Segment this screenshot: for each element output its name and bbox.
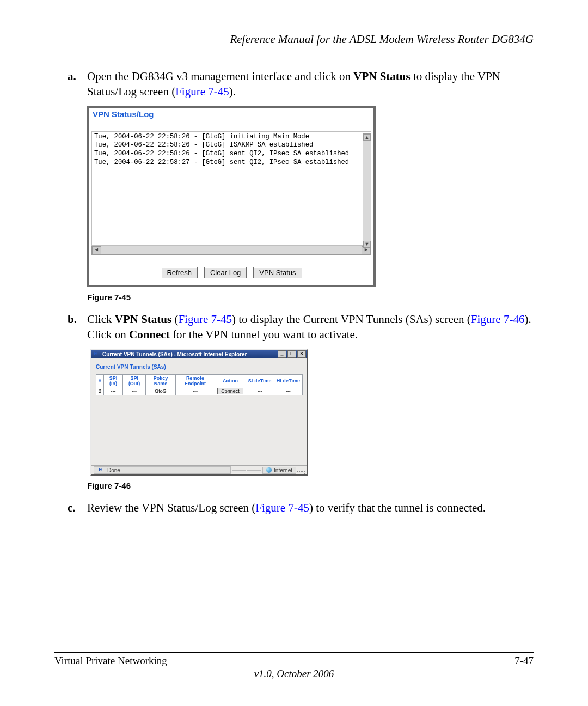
- status-done: Done: [94, 466, 231, 474]
- cell-hlifetime: ---: [274, 387, 302, 395]
- bold-text: VPN Status: [115, 313, 171, 326]
- text: (: [171, 313, 178, 326]
- log-textarea[interactable]: Tue, 2004-06-22 22:58:26 - [GtoG] initia…: [91, 131, 371, 246]
- cell-action: Connect: [215, 387, 246, 395]
- figure-caption: Figure 7-45: [87, 293, 534, 302]
- step-a: a. Open the DG834G v3 management interfa…: [54, 69, 534, 100]
- footer: Virtual Private Networking 7-47 v1.0, Oc…: [54, 652, 534, 680]
- col-hlifetime: HLifeTime: [274, 375, 302, 387]
- step-marker: b.: [54, 312, 87, 343]
- cell-spi-in: ---: [104, 387, 123, 395]
- maximize-button[interactable]: □: [287, 350, 296, 358]
- step-marker: c.: [54, 500, 87, 515]
- running-header: Reference Manual for the ADSL Modem Wire…: [54, 33, 534, 46]
- footer-version: v1.0, October 2006: [54, 668, 534, 680]
- col-remote-endpoint: Remote Endpoint: [175, 375, 215, 387]
- cell-slifetime: ---: [246, 387, 274, 395]
- close-button[interactable]: ×: [297, 350, 306, 358]
- zone-text: Internet: [274, 467, 292, 473]
- footer-rule: [54, 652, 534, 653]
- sa-table: # SPI (In) SPI (Out) Policy Name Remote …: [96, 374, 303, 395]
- figure-reference[interactable]: Figure 7-45: [178, 313, 232, 326]
- window-title: Current VPN Tunnels (SAs) - Microsoft In…: [100, 351, 277, 357]
- bold-text: VPN Status: [353, 70, 410, 83]
- status-zone: Internet: [262, 467, 296, 474]
- refresh-button[interactable]: Refresh: [161, 267, 198, 278]
- ie-logo-icon: [93, 351, 99, 357]
- resize-grip-icon[interactable]: [297, 466, 305, 474]
- figure-reference[interactable]: Figure 7-45: [175, 85, 229, 98]
- cell-spi-out: ---: [122, 387, 145, 395]
- text: Click: [87, 313, 115, 326]
- scroll-up-icon[interactable]: ▲: [363, 134, 371, 141]
- button-row: Refresh Clear Log VPN Status: [89, 255, 373, 285]
- ie-window: Current VPN Tunnels (SAs) - Microsoft In…: [90, 349, 308, 476]
- page-icon: [97, 467, 104, 473]
- bold-text: Connect: [129, 328, 170, 341]
- text: Open the DG834G v3 management interface …: [87, 70, 353, 83]
- footer-page-number: 7-47: [514, 655, 534, 667]
- text: ) to display the Current VPN Tunnels (SA…: [232, 313, 471, 326]
- figure-reference[interactable]: Figure 7-45: [255, 501, 309, 514]
- step-b: b. Click VPN Status (Figure 7-45) to dis…: [54, 312, 534, 343]
- col-policy-name: Policy Name: [146, 375, 175, 387]
- figure-reference[interactable]: Figure 7-46: [471, 313, 525, 326]
- minimize-button[interactable]: _: [278, 350, 286, 358]
- status-seg: [232, 470, 246, 471]
- col-spi-in: SPI (In): [104, 375, 123, 387]
- figure-caption: Figure 7-46: [87, 481, 534, 490]
- text: Review the VPN Status/Log screen (: [87, 501, 255, 514]
- table-header-row: # SPI (In) SPI (Out) Policy Name Remote …: [96, 375, 303, 387]
- clear-log-button[interactable]: Clear Log: [204, 267, 247, 278]
- text: ) to verify that the tunnel is connected…: [309, 501, 486, 514]
- vpn-status-button[interactable]: VPN Status: [253, 267, 302, 278]
- internet-zone-icon: [266, 467, 272, 473]
- scroll-down-icon[interactable]: ▼: [363, 241, 371, 247]
- table-row: 2 --- --- GtoG --- Connect --- ---: [96, 387, 303, 395]
- footer-section: Virtual Private Networking: [54, 655, 167, 667]
- scroll-left-icon[interactable]: ◄: [92, 246, 101, 254]
- horizontal-scrollbar[interactable]: ◄►: [91, 246, 371, 255]
- col-action: Action: [215, 375, 246, 387]
- cell-number: 2: [96, 387, 104, 395]
- section-title: Current VPN Tunnels (SAs): [96, 364, 303, 370]
- text: for the VPN tunnel you want to activate.: [170, 328, 358, 341]
- spacer: [96, 395, 303, 461]
- col-number: #: [96, 375, 104, 387]
- status-bar: Done Internet: [91, 465, 307, 474]
- header-rule: [54, 50, 534, 50]
- connect-button[interactable]: Connect: [217, 388, 243, 394]
- titlebar[interactable]: Current VPN Tunnels (SAs) - Microsoft In…: [91, 350, 307, 358]
- text: ).: [229, 85, 236, 98]
- step-c: c. Review the VPN Status/Log screen (Fig…: [54, 500, 534, 515]
- step-marker: a.: [54, 69, 87, 100]
- col-slifetime: SLifeTime: [246, 375, 274, 387]
- status-seg: [247, 470, 261, 471]
- col-spi-out: SPI (Out): [122, 375, 145, 387]
- cell-policy: GtoG: [146, 387, 175, 395]
- vertical-scrollbar[interactable]: ▲▼: [363, 133, 371, 248]
- cell-remote: ---: [175, 387, 215, 395]
- vpn-status-log-panel: VPN Status/Log Tue, 2004-06-22 22:58:26 …: [87, 106, 376, 287]
- panel-title: VPN Status/Log: [89, 108, 373, 129]
- status-text: Done: [107, 467, 120, 473]
